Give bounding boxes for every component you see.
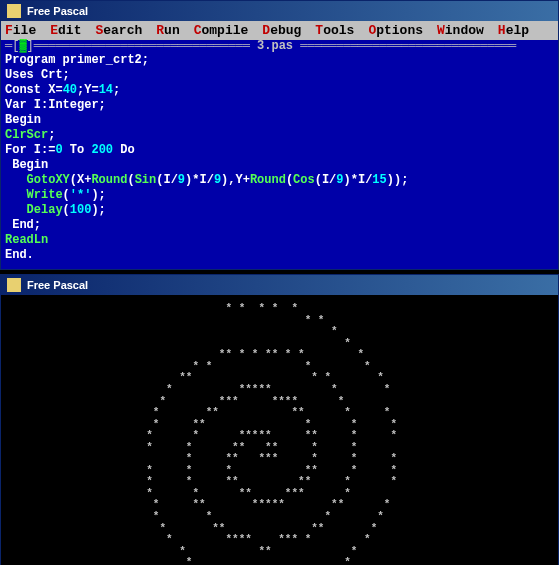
menubar: FileEditSearchRunCompileDebugToolsOption… xyxy=(1,21,558,40)
menu-item-compile[interactable]: Compile xyxy=(194,23,249,38)
menu-item-file[interactable]: File xyxy=(5,23,36,38)
console-titlebar[interactable]: Free Pascal xyxy=(1,275,558,295)
editor-titlebar[interactable]: Free Pascal xyxy=(1,1,558,21)
console-output: * * * * * * * * * xyxy=(1,295,558,565)
frame-modified-mark: ▓ xyxy=(19,39,26,53)
menu-item-help[interactable]: Help xyxy=(498,23,529,38)
editor-frame: ═[▓]══════════════════════════════ 3.pas… xyxy=(1,40,558,269)
menu-item-run[interactable]: Run xyxy=(156,23,179,38)
app-icon xyxy=(7,4,21,18)
console-window: Free Pascal * * * * * * * * xyxy=(0,274,559,565)
editor-window: Free Pascal FileEditSearchRunCompileDebu… xyxy=(0,0,559,270)
menu-item-window[interactable]: Window xyxy=(437,23,484,38)
menu-item-tools[interactable]: Tools xyxy=(315,23,354,38)
frame-top: ═[▓]══════════════════════════════ 3.pas… xyxy=(5,40,554,53)
editor-filename: 3.pas xyxy=(257,39,293,53)
console-title: Free Pascal xyxy=(27,279,88,291)
app-icon xyxy=(7,278,21,292)
code-area[interactable]: Program primer_crt2;Uses Crt;Const X=40;… xyxy=(5,53,554,263)
menu-item-debug[interactable]: Debug xyxy=(262,23,301,38)
editor-title: Free Pascal xyxy=(27,5,88,17)
menu-item-edit[interactable]: Edit xyxy=(50,23,81,38)
menu-item-search[interactable]: Search xyxy=(95,23,142,38)
menu-item-options[interactable]: Options xyxy=(368,23,423,38)
